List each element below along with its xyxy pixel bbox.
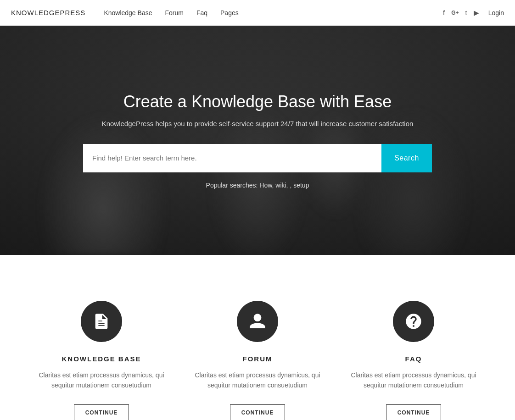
search-button[interactable]: Search — [381, 144, 432, 172]
hero-subtitle: KnowledgePress helps you to provide self… — [83, 120, 432, 127]
navbar: KNOWLEDGEPRESS Knowledge BaseForumFaqPag… — [0, 0, 515, 26]
feature-title-2: FAQ — [405, 355, 422, 363]
hero-title: Create a Knowledge Base with Ease — [83, 92, 432, 111]
hero-section: Create a Knowledge Base with Ease Knowle… — [0, 26, 515, 255]
question-icon — [393, 301, 434, 342]
twitter-icon[interactable]: t — [465, 9, 467, 17]
feature-title-1: FORUM — [243, 355, 273, 363]
youtube-icon[interactable]: ▶ — [474, 9, 479, 17]
feature-desc-0: Claritas est etiam processus dynamicus, … — [37, 370, 166, 391]
feature-knowledge-base: KNOWLEDGE BASE Claritas est etiam proces… — [23, 292, 179, 420]
features-section: KNOWLEDGE BASE Claritas est etiam proces… — [0, 255, 515, 420]
nav-pages[interactable]: Pages — [220, 9, 239, 17]
brand-logo[interactable]: KNOWLEDGEPRESS — [11, 9, 85, 17]
nav-faq[interactable]: Faq — [196, 9, 207, 17]
feature-faq: FAQ Claritas est etiam processus dynamic… — [336, 292, 492, 420]
feature-desc-1: Claritas est etiam processus dynamicus, … — [193, 370, 322, 391]
search-bar: Search — [83, 144, 432, 172]
feature-continue-button-1[interactable]: CONTINUE — [230, 404, 285, 420]
social-icons: f G+ t ▶ — [443, 9, 479, 17]
feature-continue-button-2[interactable]: CONTINUE — [386, 404, 442, 420]
nav-knowledge-base[interactable]: Knowledge Base — [104, 9, 152, 17]
person-icon — [237, 301, 278, 342]
document-icon — [81, 301, 122, 342]
google-plus-icon[interactable]: G+ — [451, 10, 459, 16]
feature-desc-2: Claritas est etiam processus dynamicus, … — [349, 370, 478, 391]
feature-continue-button-0[interactable]: CONTINUE — [74, 404, 129, 420]
login-link[interactable]: Login — [488, 9, 504, 17]
popular-searches: Popular searches: How, wiki, , setup — [83, 182, 432, 189]
feature-forum: FORUM Claritas est etiam processus dynam… — [179, 292, 336, 420]
facebook-icon[interactable]: f — [443, 9, 445, 17]
nav-forum[interactable]: Forum — [165, 9, 183, 17]
nav-links: Knowledge BaseForumFaqPages — [104, 9, 443, 17]
search-input[interactable] — [83, 144, 381, 172]
hero-content: Create a Knowledge Base with Ease Knowle… — [74, 92, 441, 189]
feature-title-0: KNOWLEDGE BASE — [62, 355, 141, 363]
